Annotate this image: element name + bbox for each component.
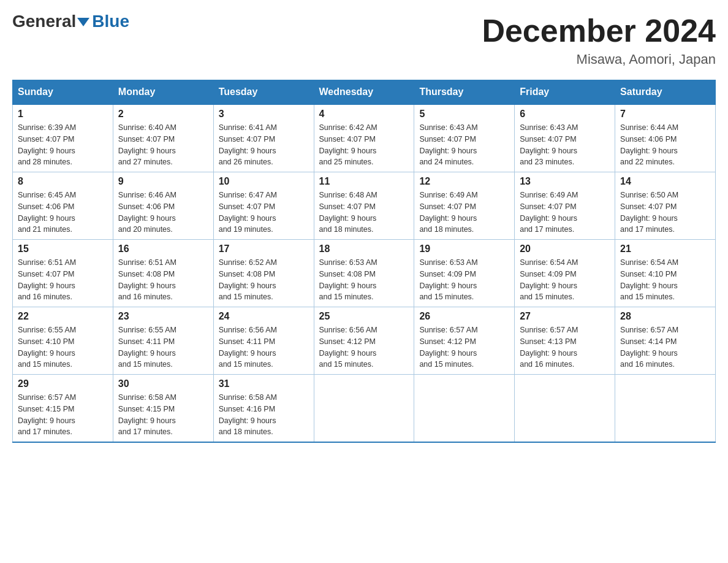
calendar-week-row: 8 Sunrise: 6:45 AM Sunset: 4:06 PM Dayli…: [13, 172, 716, 240]
table-row: 29 Sunrise: 6:57 AM Sunset: 4:15 PM Dayl…: [13, 375, 113, 443]
calendar-week-row: 1 Sunrise: 6:39 AM Sunset: 4:07 PM Dayli…: [13, 104, 716, 172]
day-info: Sunrise: 6:40 AM Sunset: 4:07 PM Dayligh…: [118, 122, 208, 168]
month-title: December 2024: [482, 12, 716, 49]
title-section: December 2024 Misawa, Aomori, Japan: [482, 12, 716, 67]
table-row: 13 Sunrise: 6:49 AM Sunset: 4:07 PM Dayl…: [515, 172, 615, 240]
day-info: Sunrise: 6:50 AM Sunset: 4:07 PM Dayligh…: [620, 190, 710, 236]
col-saturday: Saturday: [615, 80, 716, 105]
day-info: Sunrise: 6:55 AM Sunset: 4:10 PM Dayligh…: [18, 324, 108, 370]
table-row: 20 Sunrise: 6:54 AM Sunset: 4:09 PM Dayl…: [515, 240, 615, 307]
day-info: Sunrise: 6:55 AM Sunset: 4:11 PM Dayligh…: [118, 324, 208, 370]
day-number: 10: [219, 176, 309, 187]
table-row: 5 Sunrise: 6:43 AM Sunset: 4:07 PM Dayli…: [414, 104, 515, 172]
day-info: Sunrise: 6:52 AM Sunset: 4:08 PM Dayligh…: [219, 257, 309, 303]
day-info: Sunrise: 6:57 AM Sunset: 4:15 PM Dayligh…: [18, 392, 108, 438]
table-row: 14 Sunrise: 6:50 AM Sunset: 4:07 PM Dayl…: [615, 172, 716, 240]
day-info: Sunrise: 6:53 AM Sunset: 4:08 PM Dayligh…: [319, 257, 409, 303]
day-number: 25: [319, 311, 409, 322]
table-row: 16 Sunrise: 6:51 AM Sunset: 4:08 PM Dayl…: [113, 240, 213, 307]
day-number: 22: [18, 311, 108, 322]
day-number: 20: [520, 243, 610, 255]
day-info: Sunrise: 6:58 AM Sunset: 4:16 PM Dayligh…: [219, 392, 309, 438]
logo-general-text: General: [12, 12, 76, 31]
table-row: [414, 375, 515, 443]
day-number: 18: [319, 243, 409, 255]
day-number: 30: [118, 378, 208, 389]
day-info: Sunrise: 6:43 AM Sunset: 4:07 PM Dayligh…: [520, 122, 610, 168]
day-number: 31: [219, 378, 309, 389]
calendar-table: Sunday Monday Tuesday Wednesday Thursday…: [12, 80, 716, 443]
day-number: 19: [419, 243, 509, 255]
day-number: 29: [18, 378, 108, 389]
table-row: 31 Sunrise: 6:58 AM Sunset: 4:16 PM Dayl…: [213, 375, 314, 443]
col-monday: Monday: [113, 80, 213, 105]
day-info: Sunrise: 6:57 AM Sunset: 4:13 PM Dayligh…: [520, 324, 610, 370]
day-number: 13: [520, 176, 610, 187]
table-row: 12 Sunrise: 6:49 AM Sunset: 4:07 PM Dayl…: [414, 172, 515, 240]
day-info: Sunrise: 6:39 AM Sunset: 4:07 PM Dayligh…: [18, 122, 108, 168]
day-number: 15: [18, 243, 108, 255]
day-info: Sunrise: 6:45 AM Sunset: 4:06 PM Dayligh…: [18, 190, 108, 236]
table-row: 2 Sunrise: 6:40 AM Sunset: 4:07 PM Dayli…: [113, 104, 213, 172]
day-number: 28: [620, 311, 710, 322]
day-number: 14: [620, 176, 710, 187]
table-row: 21 Sunrise: 6:54 AM Sunset: 4:10 PM Dayl…: [615, 240, 716, 307]
day-info: Sunrise: 6:54 AM Sunset: 4:10 PM Dayligh…: [620, 257, 710, 303]
table-row: 8 Sunrise: 6:45 AM Sunset: 4:06 PM Dayli…: [13, 172, 113, 240]
day-info: Sunrise: 6:56 AM Sunset: 4:11 PM Dayligh…: [219, 324, 309, 370]
day-info: Sunrise: 6:54 AM Sunset: 4:09 PM Dayligh…: [520, 257, 610, 303]
day-info: Sunrise: 6:46 AM Sunset: 4:06 PM Dayligh…: [118, 190, 208, 236]
day-number: 12: [419, 176, 509, 187]
table-row: 11 Sunrise: 6:48 AM Sunset: 4:07 PM Dayl…: [314, 172, 414, 240]
day-number: 17: [219, 243, 309, 255]
table-row: 10 Sunrise: 6:47 AM Sunset: 4:07 PM Dayl…: [213, 172, 314, 240]
day-number: 23: [118, 311, 208, 322]
table-row: 30 Sunrise: 6:58 AM Sunset: 4:15 PM Dayl…: [113, 375, 213, 443]
day-number: 4: [319, 109, 409, 120]
day-info: Sunrise: 6:57 AM Sunset: 4:14 PM Dayligh…: [620, 324, 710, 370]
page-header: GeneralBlue December 2024 Misawa, Aomori…: [12, 12, 716, 67]
day-info: Sunrise: 6:58 AM Sunset: 4:15 PM Dayligh…: [118, 392, 208, 438]
day-info: Sunrise: 6:57 AM Sunset: 4:12 PM Dayligh…: [419, 324, 509, 370]
day-number: 7: [620, 109, 710, 120]
day-number: 2: [118, 109, 208, 120]
day-info: Sunrise: 6:53 AM Sunset: 4:09 PM Dayligh…: [419, 257, 509, 303]
day-number: 16: [118, 243, 208, 255]
day-number: 1: [18, 109, 108, 120]
calendar-week-row: 15 Sunrise: 6:51 AM Sunset: 4:07 PM Dayl…: [13, 240, 716, 307]
day-info: Sunrise: 6:41 AM Sunset: 4:07 PM Dayligh…: [219, 122, 309, 168]
table-row: [314, 375, 414, 443]
table-row: [615, 375, 716, 443]
day-number: 24: [219, 311, 309, 322]
col-thursday: Thursday: [414, 80, 515, 105]
logo-text: GeneralBlue: [12, 12, 129, 31]
day-number: 8: [18, 176, 108, 187]
day-info: Sunrise: 6:56 AM Sunset: 4:12 PM Dayligh…: [319, 324, 409, 370]
day-info: Sunrise: 6:44 AM Sunset: 4:06 PM Dayligh…: [620, 122, 710, 168]
day-info: Sunrise: 6:43 AM Sunset: 4:07 PM Dayligh…: [419, 122, 509, 168]
table-row: 15 Sunrise: 6:51 AM Sunset: 4:07 PM Dayl…: [13, 240, 113, 307]
table-row: 6 Sunrise: 6:43 AM Sunset: 4:07 PM Dayli…: [515, 104, 615, 172]
logo: GeneralBlue: [12, 12, 129, 31]
table-row: 27 Sunrise: 6:57 AM Sunset: 4:13 PM Dayl…: [515, 307, 615, 375]
day-number: 21: [620, 243, 710, 255]
table-row: 23 Sunrise: 6:55 AM Sunset: 4:11 PM Dayl…: [113, 307, 213, 375]
day-number: 5: [419, 109, 509, 120]
table-row: 9 Sunrise: 6:46 AM Sunset: 4:06 PM Dayli…: [113, 172, 213, 240]
table-row: 7 Sunrise: 6:44 AM Sunset: 4:06 PM Dayli…: [615, 104, 716, 172]
day-number: 11: [319, 176, 409, 187]
day-info: Sunrise: 6:42 AM Sunset: 4:07 PM Dayligh…: [319, 122, 409, 168]
table-row: 1 Sunrise: 6:39 AM Sunset: 4:07 PM Dayli…: [13, 104, 113, 172]
table-row: 17 Sunrise: 6:52 AM Sunset: 4:08 PM Dayl…: [213, 240, 314, 307]
day-number: 27: [520, 311, 610, 322]
day-info: Sunrise: 6:48 AM Sunset: 4:07 PM Dayligh…: [319, 190, 409, 236]
day-info: Sunrise: 6:51 AM Sunset: 4:08 PM Dayligh…: [118, 257, 208, 303]
calendar-week-row: 29 Sunrise: 6:57 AM Sunset: 4:15 PM Dayl…: [13, 375, 716, 443]
table-row: 24 Sunrise: 6:56 AM Sunset: 4:11 PM Dayl…: [213, 307, 314, 375]
day-info: Sunrise: 6:49 AM Sunset: 4:07 PM Dayligh…: [419, 190, 509, 236]
day-info: Sunrise: 6:47 AM Sunset: 4:07 PM Dayligh…: [219, 190, 309, 236]
logo-blue-text: Blue: [92, 12, 129, 31]
calendar-header-row: Sunday Monday Tuesday Wednesday Thursday…: [13, 80, 716, 105]
day-number: 6: [520, 109, 610, 120]
logo-triangle-icon: [77, 18, 89, 26]
